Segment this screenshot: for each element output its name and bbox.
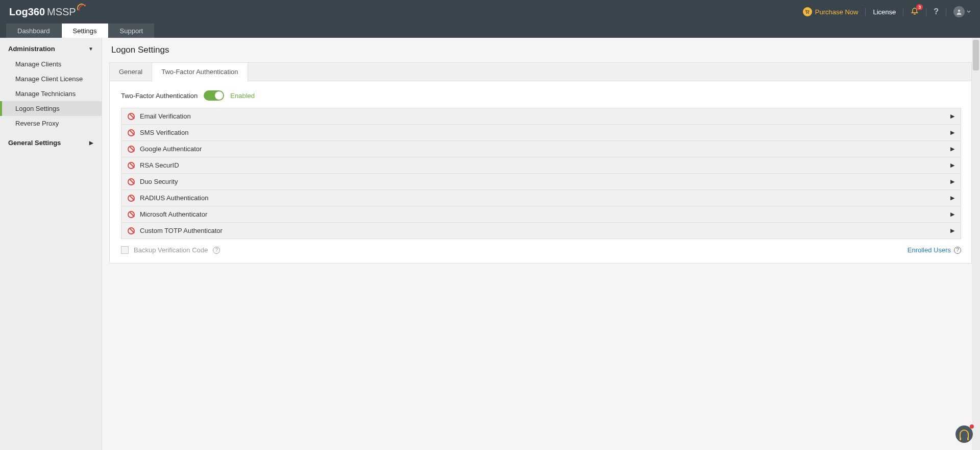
help-icon[interactable]: ? (954, 247, 961, 254)
method-microsoft-authenticator[interactable]: Microsoft Authenticator ▶ (121, 206, 961, 223)
method-email-verification[interactable]: Email Verification ▶ (121, 108, 961, 125)
method-label: RADIUS Authentication (140, 194, 950, 202)
backup-label: Backup Verification Code (134, 246, 208, 254)
method-rsa-securid[interactable]: RSA SecurID ▶ (121, 157, 961, 174)
chevron-right-icon: ▶ (950, 195, 954, 201)
divider (926, 8, 926, 16)
svg-point-0 (806, 13, 807, 14)
svg-point-1 (808, 13, 809, 14)
sidebar: Administration ▼ Manage Clients Manage C… (0, 38, 102, 450)
disabled-icon (128, 178, 135, 185)
method-label: Custom TOTP Authenticator (140, 227, 950, 234)
method-sms-verification[interactable]: SMS Verification ▶ (121, 125, 961, 141)
method-label: RSA SecurID (140, 161, 950, 169)
cart-icon (803, 7, 812, 16)
help-icon[interactable]: ? (213, 247, 220, 254)
method-duo-security[interactable]: Duo Security ▶ (121, 174, 961, 190)
main-tabs: Dashboard Settings Support (0, 23, 980, 38)
card-tab-tfa[interactable]: Two-Factor Authentication (152, 63, 248, 81)
purchase-label: Purchase Now (815, 8, 859, 16)
caret-down-icon: ▼ (88, 46, 93, 52)
sidebar-item-manage-clients[interactable]: Manage Clients (0, 57, 102, 72)
help-icon[interactable]: ? (934, 7, 939, 16)
chevron-right-icon: ▶ (950, 227, 954, 234)
divider (903, 8, 903, 16)
headset-icon (960, 430, 969, 439)
logo-arc-icon (77, 3, 86, 15)
enrolled-users-link[interactable]: Enrolled Users ? (908, 246, 961, 254)
disabled-icon (128, 162, 135, 169)
svg-point-2 (958, 10, 961, 12)
chevron-right-icon: ▶ (950, 129, 954, 136)
disabled-icon (128, 227, 135, 234)
chevron-right-icon: ▶ (950, 113, 954, 120)
notifications-badge: 3 (916, 4, 923, 10)
user-icon (953, 6, 965, 17)
tfa-label: Two-Factor Authentication (121, 92, 198, 100)
card-tabs: General Two-Factor Authentication (110, 63, 971, 81)
chevron-down-icon (967, 10, 971, 14)
sidebar-group-administration[interactable]: Administration ▼ (0, 41, 102, 57)
logo-thin: MSSP (47, 6, 76, 18)
chevron-right-icon: ▶ (950, 178, 954, 185)
app-header: Log360 MSSP Purchase Now License 3 ? (0, 0, 980, 23)
tfa-toggle-row: Two-Factor Authentication Enabled (121, 90, 961, 101)
sidebar-item-manage-technicians[interactable]: Manage Technicians (0, 86, 102, 101)
method-radius-authentication[interactable]: RADIUS Authentication ▶ (121, 190, 961, 206)
method-label: Duo Security (140, 178, 950, 185)
method-label: Microsoft Authenticator (140, 210, 950, 218)
sidebar-group-label: General Settings (8, 139, 61, 147)
vertical-scrollbar[interactable] (972, 38, 980, 450)
sidebar-group-label: Administration (8, 45, 55, 53)
card-tab-general[interactable]: General (110, 63, 152, 81)
user-menu[interactable] (953, 6, 971, 17)
sidebar-item-manage-client-license[interactable]: Manage Client License (0, 72, 102, 86)
settings-card: General Two-Factor Authentication Two-Fa… (109, 62, 972, 264)
disabled-icon (128, 113, 135, 120)
disabled-icon (128, 195, 135, 202)
notifications-button[interactable]: 3 (911, 7, 919, 17)
method-label: SMS Verification (140, 129, 950, 136)
logo-bold: Log360 (9, 6, 45, 18)
chevron-right-icon: ▶ (950, 162, 954, 169)
support-chat-button[interactable] (955, 425, 973, 443)
disabled-icon (128, 129, 135, 136)
page-title: Logon Settings (111, 45, 972, 55)
main-panel: Logon Settings General Two-Factor Authen… (102, 38, 980, 450)
sidebar-item-reverse-proxy[interactable]: Reverse Proxy (0, 116, 102, 131)
tab-dashboard[interactable]: Dashboard (6, 23, 61, 38)
license-link[interactable]: License (873, 8, 896, 16)
tfa-toggle[interactable] (204, 90, 224, 101)
purchase-now-link[interactable]: Purchase Now (803, 7, 859, 16)
disabled-icon (128, 211, 135, 218)
sidebar-item-logon-settings[interactable]: Logon Settings (0, 101, 102, 116)
tfa-status: Enabled (230, 92, 255, 100)
sidebar-group-general-settings[interactable]: General Settings ▶ (0, 135, 102, 151)
brand-logo: Log360 MSSP (9, 6, 86, 18)
backup-verification-row: Backup Verification Code ? (121, 246, 220, 254)
header-actions: Purchase Now License 3 ? (803, 6, 971, 17)
tfa-method-list: Email Verification ▶ SMS Verification ▶ … (121, 108, 961, 239)
tab-settings[interactable]: Settings (62, 23, 108, 38)
backup-checkbox[interactable] (121, 246, 129, 254)
method-google-authenticator[interactable]: Google Authenticator ▶ (121, 141, 961, 157)
method-custom-totp[interactable]: Custom TOTP Authenticator ▶ (121, 223, 961, 239)
divider (946, 8, 946, 16)
caret-right-icon: ▶ (89, 140, 93, 146)
chevron-right-icon: ▶ (950, 146, 954, 152)
disabled-icon (128, 146, 135, 153)
method-label: Google Authenticator (140, 145, 950, 153)
tab-support[interactable]: Support (109, 23, 155, 38)
scrollbar-thumb[interactable] (973, 40, 979, 70)
method-label: Email Verification (140, 112, 950, 120)
divider (865, 8, 866, 16)
chevron-right-icon: ▶ (950, 211, 954, 218)
enrolled-label: Enrolled Users (908, 246, 951, 254)
